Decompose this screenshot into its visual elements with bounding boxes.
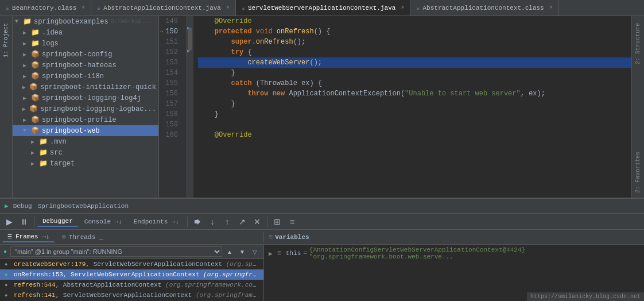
frame-item-3[interactable]: ● refresh:141, ServletWebServerApplicati… (0, 290, 263, 300)
sidebar-springboot-initializer[interactable]: ▶ 📦 springboot-initializer-quick (13, 82, 158, 92)
frames-subtab[interactable]: ☰ Frames →↓ (2, 231, 55, 242)
close-tab-servlet[interactable]: × (401, 5, 404, 11)
right-vtabs: 2: Structure 2: Favorites (631, 16, 644, 198)
java-icon3: ☕ (242, 5, 245, 11)
pause-btn[interactable]: ⏸ (17, 215, 31, 228)
thread-selector[interactable]: "main" @1 in group "main": RUNNING (10, 246, 222, 257)
debug-panel: ▶ Debug SpringbootWebApplication ▶ ⏸ Deb… (0, 198, 644, 301)
java-icon2: ☕ (97, 5, 100, 11)
step-out-btn[interactable]: ↑ (220, 215, 234, 228)
tab-beanfactory[interactable]: ☕ BeanFactory.class × (0, 0, 91, 16)
debug-subtabs-row: ☰ Frames →↓ ⊞ Threads _ ≡ Variables (0, 230, 644, 245)
sidebar-root[interactable]: ▼ 📁 springbootexamples D:\worksp... (13, 16, 158, 27)
code-line-157: } (198, 99, 631, 109)
toolbar-sep1 (34, 217, 34, 227)
frames-panel: ● "main" @1 in group "main": RUNNING ▲ ▼… (0, 245, 264, 301)
debug-run-icon: ▶ (5, 202, 9, 210)
sidebar-springboot-profile[interactable]: ▶ 📦 springboot-profile (13, 114, 158, 125)
step-over-btn[interactable] (191, 215, 204, 228)
scroll-thumb[interactable] (188, 28, 192, 51)
endpoints-tab[interactable]: Endpoints →↓ (129, 217, 184, 227)
debug-title: Debug (13, 203, 32, 210)
vtab-structure[interactable]: 2: Structure (634, 18, 642, 69)
debug-header: ▶ Debug SpringbootWebApplication (0, 199, 644, 214)
sidebar-springboot-web[interactable]: ▼ 📦 springboot-web (13, 125, 158, 136)
sidebar-logs[interactable]: ▶ 📁 logs (13, 38, 158, 49)
code-line-160: @Override (198, 130, 631, 140)
var-icon: ≡ (277, 249, 281, 257)
code-line-154: } (198, 68, 631, 78)
run-to-cursor-btn[interactable]: ↗ (235, 215, 249, 228)
code-line-155: catch (Throwable ex) { (198, 78, 631, 88)
code-line-153: createWebServer(); (198, 57, 631, 68)
sidebar-target[interactable]: ▶ 📁 target (13, 158, 158, 169)
code-line-158: } (198, 109, 631, 119)
editor-tab-bar: ☕ BeanFactory.class × ☕ AbstractApplicat… (0, 0, 644, 16)
frame-item-2[interactable]: ● refresh:544, AbstractApplicationContex… (0, 280, 263, 290)
code-line-159 (198, 119, 631, 130)
close-tab-abstract[interactable]: × (226, 5, 230, 11)
sidebar-springboot-config[interactable]: ▶ 📦 springboot-config (13, 49, 158, 60)
java-icon4: ☕ (416, 5, 420, 11)
project-sidebar: ▼ 📁 springbootexamples D:\worksp... ▶ 📁 … (13, 16, 159, 198)
code-content[interactable]: @Override protected void onRefresh() { s… (193, 16, 631, 198)
variable-this[interactable]: ▶ ≡ this = {AnnotationConfigServletWebSe… (264, 245, 644, 262)
tab-abstract-ctx-java[interactable]: ☕ AbstractApplicationContext.java × (91, 0, 236, 16)
code-line-156: throw new ApplicationContextException("U… (198, 88, 631, 99)
evaluate-btn[interactable]: ✕ (250, 215, 264, 228)
frames-btn[interactable]: ⊞ (270, 215, 284, 228)
sidebar-idea[interactable]: ▶ 📁 .idea (13, 27, 158, 38)
thread-running-icon: ● (3, 249, 7, 255)
debug-app-name: SpringbootWebApplication (38, 203, 129, 210)
debug-toolbar: ▶ ⏸ Debugger Console →↓ Endpoints →↓ ↓ ↑… (0, 214, 644, 230)
thread-nav-up[interactable]: ▲ (224, 246, 235, 257)
variables-header: Variables (275, 234, 309, 241)
close-tab-abstract-class[interactable]: × (549, 5, 553, 11)
code-line-150: protected void onRefresh() { (198, 26, 631, 37)
sidebar-src[interactable]: ▶ 📁 src (13, 147, 158, 158)
frame-item-1[interactable]: ● onRefresh:153, ServletWebServerApplica… (0, 269, 263, 280)
sidebar-springboot-logging-logback[interactable]: ▶ 📦 springboot-logging-logbac... (13, 103, 158, 114)
thread-nav-down[interactable]: ▼ (237, 246, 247, 257)
editor-scroll-indicator: ▶ ▶ (187, 16, 193, 198)
console-tab[interactable]: Console →↓ (79, 217, 127, 227)
thread-filter[interactable]: ▽ (250, 246, 260, 257)
tab-servlet-ctx-java[interactable]: ☕ ServletWebServerApplicationContext.jav… (236, 0, 411, 16)
status-bar: https://smilanicky.blog.csdn.net (527, 292, 644, 301)
sidebar-springboot-logging-log4j[interactable]: ▶ 📦 springboot-logging-log4j (13, 92, 158, 103)
vtab-favorites[interactable]: 2: Favorites (634, 147, 642, 198)
java-icon: ☕ (6, 5, 9, 11)
main-area: 1: Project ▼ 📁 springbootexamples D:\wor… (0, 16, 644, 198)
code-line-149: @Override (198, 16, 631, 26)
frame-item-0[interactable]: ● createWebServer:179, ServletWebServerA… (0, 259, 263, 269)
resume-btn[interactable]: ▶ (2, 215, 16, 228)
close-tab-beanfactory[interactable]: × (82, 5, 85, 11)
step-into-btn[interactable]: ↓ (205, 215, 219, 228)
left-vtabs: 1: Project (0, 16, 13, 198)
toolbar-sep2 (187, 217, 188, 227)
debugger-tab[interactable]: Debugger (37, 216, 78, 227)
settings-btn[interactable]: ≡ (285, 215, 299, 228)
threads-subtab[interactable]: ⊞ Threads _ (57, 232, 108, 242)
vtab-project[interactable]: 1: Project (2, 18, 10, 62)
tab-abstract-ctx-class[interactable]: ☕ AbstractApplicationContext.class × (410, 0, 558, 16)
editor-gutter: → (159, 16, 164, 198)
toolbar-sep3 (267, 217, 267, 227)
sidebar-springboot-i18n[interactable]: ▶ 📦 springboot-i18n (13, 71, 158, 82)
sidebar-springboot-hateoas[interactable]: ▶ 📦 springboot-hateoas (13, 60, 158, 71)
sidebar-mvn[interactable]: ▶ 📁 .mvn (13, 136, 158, 147)
code-line-152: try { (198, 47, 631, 57)
line-numbers: 149 150 151 152 153 154 155 156 157 158 … (164, 16, 187, 198)
code-editor: → 149 150 151 152 153 154 155 (159, 16, 631, 198)
code-line-151: super.onRefresh(); (198, 37, 631, 47)
